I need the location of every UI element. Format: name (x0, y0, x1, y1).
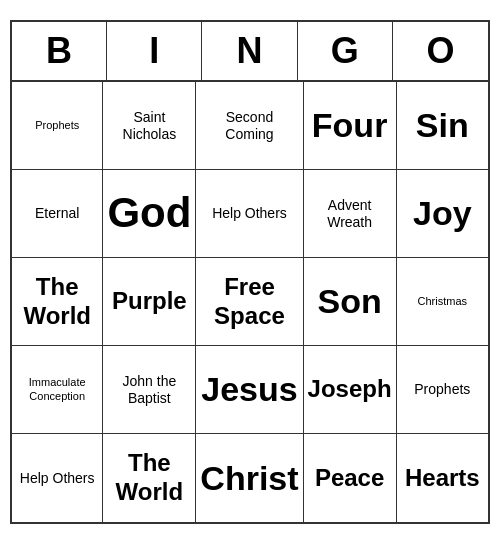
cell-r1-c4: Joy (397, 170, 488, 258)
cell-r4-c2: Christ (196, 434, 303, 522)
cell-r0-c4: Sin (397, 82, 488, 170)
cell-r1-c1: God (103, 170, 196, 258)
cell-r2-c1: Purple (103, 258, 196, 346)
cell-r4-c1: The World (103, 434, 196, 522)
header-letter-g: G (298, 22, 393, 80)
cell-r2-c0: The World (12, 258, 103, 346)
cell-r2-c3: Son (304, 258, 397, 346)
cell-r3-c3: Joseph (304, 346, 397, 434)
cell-r2-c4: Christmas (397, 258, 488, 346)
cell-r4-c4: Hearts (397, 434, 488, 522)
cell-r3-c0: Immaculate Conception (12, 346, 103, 434)
header-letter-b: B (12, 22, 107, 80)
cell-r3-c2: Jesus (196, 346, 303, 434)
cell-r1-c0: Eternal (12, 170, 103, 258)
header-letter-o: O (393, 22, 488, 80)
cell-r0-c0: Prophets (12, 82, 103, 170)
cell-r0-c2: Second Coming (196, 82, 303, 170)
header-letter-n: N (202, 22, 297, 80)
cell-r4-c0: Help Others (12, 434, 103, 522)
cell-r2-c2: Free Space (196, 258, 303, 346)
cell-r3-c4: Prophets (397, 346, 488, 434)
bingo-grid: ProphetsSaint NicholasSecond ComingFourS… (12, 82, 488, 522)
cell-r0-c3: Four (304, 82, 397, 170)
cell-r3-c1: John the Baptist (103, 346, 196, 434)
bingo-card: BINGO ProphetsSaint NicholasSecond Comin… (10, 20, 490, 524)
bingo-header: BINGO (12, 22, 488, 82)
cell-r4-c3: Peace (304, 434, 397, 522)
cell-r0-c1: Saint Nicholas (103, 82, 196, 170)
cell-r1-c3: Advent Wreath (304, 170, 397, 258)
header-letter-i: I (107, 22, 202, 80)
cell-r1-c2: Help Others (196, 170, 303, 258)
